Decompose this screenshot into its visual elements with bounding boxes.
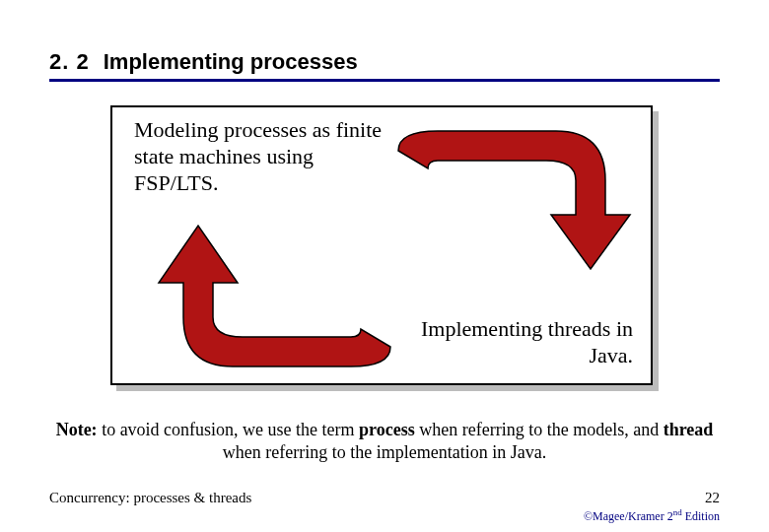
slide: 2. 2 Implementing processes Modeling pro… xyxy=(0,0,769,532)
note-label: Note: xyxy=(56,420,98,439)
footer: Concurrency: processes & threads 22 xyxy=(49,490,720,506)
modeling-text: Modeling processes as finite state machi… xyxy=(134,117,390,196)
box-frame: Modeling processes as finite state machi… xyxy=(110,105,653,385)
section-title: Implementing processes xyxy=(104,49,358,75)
footer-left: Concurrency: processes & threads xyxy=(49,490,251,506)
copyright: ©Magee/Kramer 2nd Edition xyxy=(584,507,720,524)
diagram-box: Modeling processes as finite state machi… xyxy=(110,105,659,391)
note-text-a: to avoid confusion, we use the term xyxy=(98,420,359,439)
note-text-c: when referring to the implementation in … xyxy=(223,442,546,462)
title-rule xyxy=(49,79,720,82)
copyright-sup: nd xyxy=(673,507,682,517)
section-number: 2. 2 xyxy=(49,49,90,75)
note-term-process: process xyxy=(359,420,415,439)
copyright-post: Edition xyxy=(682,509,720,523)
note-paragraph: Note: to avoid confusion, we use the ter… xyxy=(49,419,720,463)
page-number: 22 xyxy=(705,490,720,506)
copyright-pre: ©Magee/Kramer xyxy=(584,509,667,523)
arrow-up-icon xyxy=(152,204,408,376)
implementing-text: Implementing threads in Java. xyxy=(377,316,633,369)
section-heading: 2. 2 Implementing processes xyxy=(49,49,720,75)
note-term-thread: thread xyxy=(664,420,714,439)
arrow-down-icon xyxy=(379,121,635,289)
note-text-b: when referring to the models, and xyxy=(415,420,664,439)
